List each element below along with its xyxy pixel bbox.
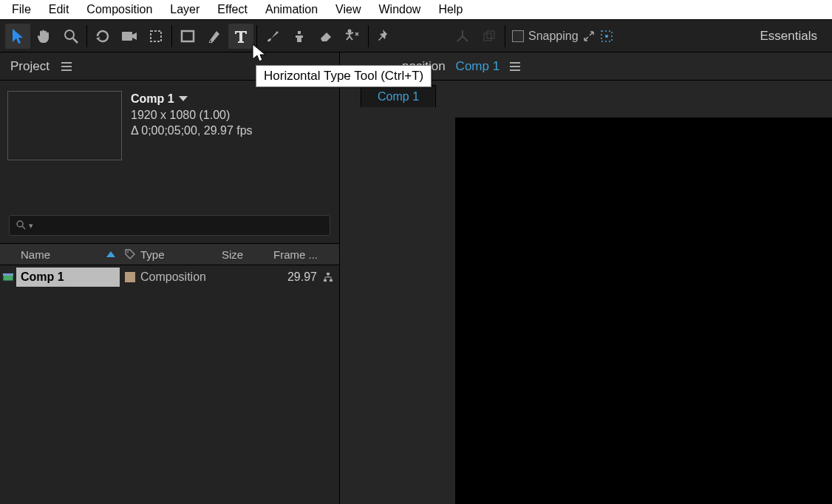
snapping-label: Snapping <box>528 30 579 43</box>
comp-name[interactable]: Comp 1 <box>131 91 174 107</box>
pin-tool[interactable] <box>372 24 397 49</box>
zoom-tool[interactable] <box>58 24 83 49</box>
svg-rect-16 <box>327 273 330 275</box>
brush-tool[interactable] <box>260 24 285 49</box>
comp-thumbnail[interactable] <box>7 91 122 160</box>
svg-rect-3 <box>151 31 161 41</box>
composition-canvas[interactable] <box>455 118 832 504</box>
svg-point-11 <box>17 221 23 227</box>
3d-axis-icon[interactable] <box>450 24 475 49</box>
orbit-camera-tool[interactable] <box>90 24 115 49</box>
flowchart-icon[interactable] <box>323 272 333 282</box>
comp-dropdown-icon[interactable] <box>179 96 188 101</box>
tool-tooltip: Horizontal Type Tool (Ctrl+T) <box>256 65 432 87</box>
panel-menu-icon[interactable] <box>61 62 72 71</box>
project-search-input[interactable]: ▾ <box>9 215 330 236</box>
eraser-tool[interactable] <box>313 24 338 49</box>
viewer-tab[interactable]: Comp 1 <box>361 85 436 108</box>
comp-duration: Δ 0;00;05;00, 29.97 fps <box>131 123 253 139</box>
menu-edit[interactable]: Edit <box>40 1 78 18</box>
project-panel: Project Comp 1 1920 x 1080 (1.00) Δ 0;00… <box>0 52 340 504</box>
type-tool[interactable] <box>228 24 253 49</box>
rectangle-tool[interactable] <box>175 24 200 49</box>
3d-mode-icon[interactable] <box>477 24 502 49</box>
svg-rect-2 <box>122 32 132 41</box>
svg-point-0 <box>65 30 74 39</box>
clone-stamp-tool[interactable] <box>287 24 312 49</box>
svg-rect-4 <box>182 31 194 41</box>
project-tab[interactable]: Project <box>10 59 50 74</box>
comp-item-icon <box>2 271 14 283</box>
row-name[interactable]: Comp 1 <box>16 268 120 287</box>
column-name[interactable]: Name <box>16 248 120 261</box>
workspace-selector[interactable]: Essentials <box>760 29 817 44</box>
menu-layer[interactable]: Layer <box>161 1 208 18</box>
snap-bounds-icon[interactable] <box>599 29 614 44</box>
svg-rect-15 <box>3 273 13 276</box>
camera-tool[interactable] <box>117 24 142 49</box>
svg-rect-7 <box>484 33 491 41</box>
sort-asc-icon <box>106 251 115 257</box>
composition-active-link[interactable]: Comp 1 <box>456 59 500 74</box>
hand-tool[interactable] <box>32 24 57 49</box>
menu-window[interactable]: Window <box>370 1 430 18</box>
menu-effect[interactable]: Effect <box>208 1 256 18</box>
comp-resolution: 1920 x 1080 (1.00) <box>131 107 253 123</box>
svg-rect-18 <box>330 279 333 282</box>
column-size[interactable]: Size <box>222 248 273 261</box>
svg-point-10 <box>605 35 608 38</box>
svg-rect-17 <box>324 279 327 282</box>
project-row[interactable]: Comp 1 Composition 29.97 <box>0 265 339 289</box>
row-type: Composition <box>140 270 222 284</box>
composition-panel-menu-icon[interactable] <box>510 62 520 71</box>
row-frame-rate: 29.97 <box>287 270 317 284</box>
menu-view[interactable]: View <box>327 1 369 18</box>
svg-point-6 <box>348 29 352 33</box>
toolbar: Snapping Essentials <box>0 19 832 52</box>
column-type[interactable]: Type <box>140 248 222 261</box>
menu-help[interactable]: Help <box>429 1 471 18</box>
snap-expand-icon[interactable] <box>583 30 595 42</box>
column-name-label: Name <box>21 248 50 261</box>
menu-composition[interactable]: Composition <box>78 1 161 18</box>
snapping-checkbox[interactable] <box>512 30 524 42</box>
pen-tool[interactable] <box>202 24 227 49</box>
roi-tool[interactable] <box>143 24 168 49</box>
svg-rect-8 <box>487 31 494 38</box>
menu-file[interactable]: File <box>3 1 40 18</box>
search-icon <box>16 219 27 231</box>
menu-bar: File Edit Composition Layer Effect Anima… <box>0 0 832 19</box>
svg-point-5 <box>210 40 211 41</box>
column-frame[interactable]: Frame ... <box>273 248 339 261</box>
svg-point-13 <box>127 251 129 253</box>
column-label[interactable] <box>120 249 140 259</box>
search-sub-icon: ▾ <box>29 221 33 231</box>
row-label-swatch[interactable] <box>125 272 135 282</box>
composition-panel: position Comp 1 Comp 1 <box>340 52 832 504</box>
project-columns: Name Type Size Frame ... <box>0 243 339 265</box>
svg-line-1 <box>73 38 78 43</box>
menu-animation[interactable]: Animation <box>256 1 327 18</box>
selection-tool[interactable] <box>5 24 30 49</box>
tag-icon <box>125 249 135 259</box>
puppet-tool[interactable] <box>340 24 365 49</box>
svg-line-12 <box>22 226 25 229</box>
